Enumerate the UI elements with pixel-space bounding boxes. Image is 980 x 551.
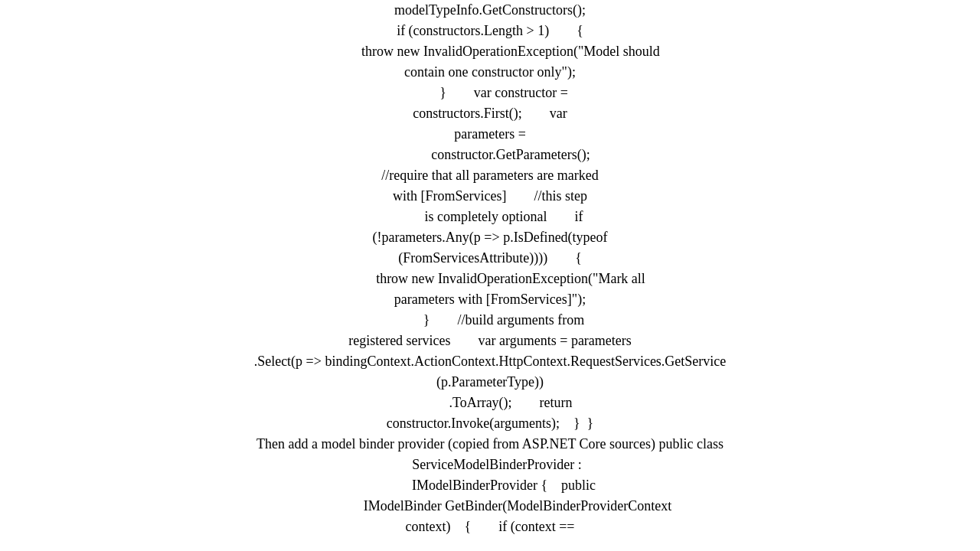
code-line-4: contain one constructor only");: [15, 62, 965, 83]
code-line-10: with [FromServices] //this step: [15, 186, 965, 207]
code-line-22: Then add a model binder provider (copied…: [15, 434, 965, 455]
code-line-5: } var constructor =: [15, 83, 965, 103]
code-line-7: parameters =: [15, 124, 965, 145]
code-line-2: if (constructors.Length > 1) {: [15, 21, 965, 41]
code-line-13: (FromServicesAttribute)))) {: [15, 248, 965, 269]
code-line-21: constructor.Invoke(arguments); } }: [15, 413, 965, 434]
code-line-19: (p.ParameterType)): [15, 372, 965, 393]
code-line-15: parameters with [FromServices]");: [15, 289, 965, 310]
code-line-11: is completely optional if: [15, 207, 965, 227]
code-line-26: context) { if (context ==: [15, 517, 965, 537]
code-line-16: } //build arguments from: [15, 310, 965, 331]
code-line-24: IModelBinderProvider { public: [15, 475, 965, 496]
code-line-20: .ToArray(); return: [15, 393, 965, 413]
code-line-25: IModelBinder GetBinder(ModelBinderProvid…: [15, 496, 965, 517]
code-line-12: (!parameters.Any(p => p.IsDefined(typeof: [15, 227, 965, 248]
code-line-18: .Select(p => bindingContext.ActionContex…: [15, 351, 965, 372]
code-line-9: //require that all parameters are marked: [15, 165, 965, 186]
code-line-17: registered services var arguments = para…: [15, 331, 965, 351]
code-block: modelTypeInfo.GetConstructors(); if (con…: [0, 0, 980, 537]
code-line-3: throw new InvalidOperationException("Mod…: [15, 41, 965, 62]
code-line-1: modelTypeInfo.GetConstructors();: [15, 0, 965, 21]
code-line-6: constructors.First(); var: [15, 103, 965, 124]
code-line-14: throw new InvalidOperationException("Mar…: [15, 269, 965, 289]
code-line-23: ServiceModelBinderProvider :: [15, 455, 965, 475]
code-line-8: constructor.GetParameters();: [15, 145, 965, 165]
